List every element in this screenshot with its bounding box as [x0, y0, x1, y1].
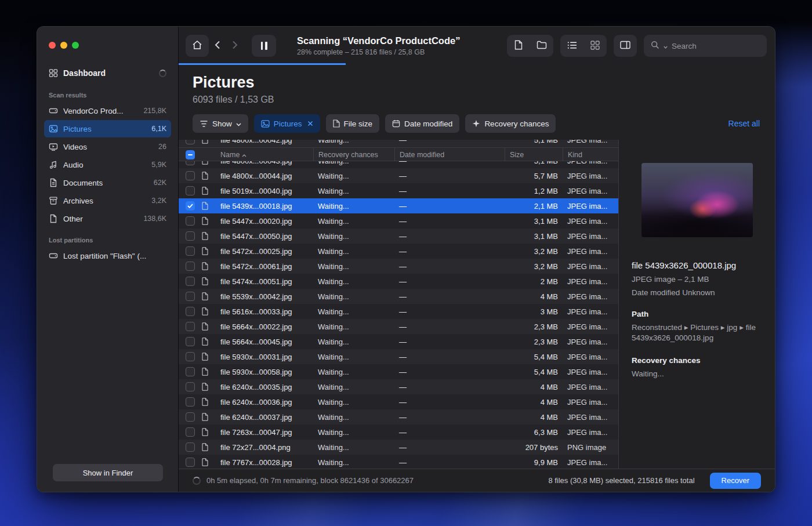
- row-checkbox[interactable]: [186, 262, 195, 271]
- date-modified-filter-button[interactable]: Date modified: [385, 114, 459, 133]
- home-button[interactable]: [186, 35, 209, 57]
- search-field[interactable]: [644, 35, 767, 57]
- recovery-chances: Waiting...: [313, 232, 394, 241]
- date-column-header[interactable]: Date modified: [394, 148, 505, 162]
- recover-button[interactable]: Recover: [710, 473, 761, 489]
- table-row[interactable]: file 6240x...00035.jpgWaiting...—4 MBJPE…: [179, 379, 618, 394]
- minimize-button[interactable]: [60, 42, 67, 49]
- reset-all-link[interactable]: Reset all: [728, 119, 761, 128]
- sidebar-item-dashboard[interactable]: Dashboard: [44, 64, 171, 82]
- table-row[interactable]: file 5472x...00025.jpgWaiting...—3,2 MBJ…: [179, 244, 618, 259]
- row-checkbox[interactable]: [186, 246, 195, 256]
- table-row[interactable]: file 5664x...00022.jpgWaiting...—2,3 MBJ…: [179, 319, 618, 334]
- file-size: 5,7 MB: [505, 172, 563, 180]
- sidebar-item-audio[interactable]: Audio5,9K: [44, 156, 171, 173]
- file-kind: JPEG ima...: [563, 292, 618, 301]
- recovery-chances: Waiting...: [313, 172, 394, 180]
- date-modified: —: [394, 277, 505, 286]
- row-checkbox[interactable]: [186, 201, 195, 211]
- table-row[interactable]: file 4800x...00044.jpgWaiting...—5,7 MBJ…: [179, 168, 618, 183]
- close-icon[interactable]: [307, 121, 313, 126]
- sidebar-item-videos[interactable]: Videos26: [44, 138, 171, 155]
- grid-view-button[interactable]: [583, 35, 607, 57]
- name-column-header[interactable]: Name: [216, 148, 313, 162]
- preview-panel-toggle-button[interactable]: [614, 35, 637, 57]
- row-checkbox[interactable]: [186, 140, 195, 144]
- table-row[interactable]: file 6240x...00037.jpgWaiting...—4 MBJPE…: [179, 409, 618, 425]
- row-checkbox[interactable]: [186, 216, 195, 226]
- select-all-checkbox[interactable]: [186, 150, 195, 159]
- row-checkbox-cell: [179, 442, 202, 452]
- date-modified: —: [394, 307, 505, 316]
- table-row[interactable]: file 5539x...00042.jpgWaiting...—4 MBJPE…: [179, 289, 618, 304]
- row-checkbox[interactable]: [186, 277, 195, 286]
- preview-thumbnail[interactable]: [641, 163, 753, 237]
- row-checkbox[interactable]: [186, 367, 195, 376]
- table-row[interactable]: file 5616x...00033.jpgWaiting...—3 MBJPE…: [179, 304, 618, 319]
- table-row[interactable]: file 5664x...00045.jpgWaiting...—2,3 MBJ…: [179, 334, 618, 349]
- recovery-chances-filter-button[interactable]: Recovery chances: [465, 114, 556, 133]
- row-checkbox[interactable]: [186, 161, 195, 165]
- forward-button[interactable]: [226, 35, 244, 57]
- row-checkbox[interactable]: [186, 186, 195, 195]
- row-checkbox[interactable]: [186, 412, 195, 422]
- table-row[interactable]: file 5472x...00061.jpgWaiting...—3,2 MBJ…: [179, 259, 618, 274]
- row-checkbox[interactable]: [186, 171, 195, 180]
- table-row[interactable]: file 72x27...0004.pngWaiting...—207 byte…: [179, 440, 618, 455]
- zoom-button[interactable]: [72, 42, 79, 49]
- row-checkbox[interactable]: [186, 307, 195, 316]
- folder-view-button[interactable]: [530, 35, 553, 57]
- row-checkbox[interactable]: [186, 337, 195, 346]
- table-row[interactable]: file 5930x...00031.jpgWaiting...—5,4 MBJ…: [179, 349, 618, 364]
- list-area: file 4800x...00042.jpgWaiting...—5,1 MBJ…: [179, 140, 775, 469]
- file-name: file 5616x...00033.jpg: [216, 307, 313, 316]
- size-column-header[interactable]: Size: [505, 148, 563, 162]
- close-button[interactable]: [49, 42, 56, 49]
- back-button[interactable]: [209, 35, 226, 57]
- sidebar-item-lost-partition[interactable]: Lost partition "Flash" (...: [44, 247, 171, 264]
- row-checkbox[interactable]: [186, 427, 195, 437]
- pause-button[interactable]: [252, 35, 276, 57]
- table-row[interactable]: file 4800x...00042.jpgWaiting...—5,1 MBJ…: [179, 140, 618, 147]
- sidebar-item-documents[interactable]: Documents62K: [44, 174, 171, 191]
- pictures-icon: [49, 124, 58, 133]
- file-size-filter-button[interactable]: File size: [326, 114, 380, 133]
- table-row[interactable]: file 7767x...00028.jpgWaiting...—9,9 MBJ…: [179, 455, 618, 469]
- row-checkbox[interactable]: [186, 382, 195, 391]
- pictures-filter-chip[interactable]: Pictures: [254, 114, 320, 133]
- app-window: Dashboard Scan results VendorCo Prod...2…: [37, 26, 775, 492]
- table-row[interactable]: file 5474x...00051.jpgWaiting...—2 MBJPE…: [179, 274, 618, 289]
- table-row[interactable]: file 5447x...00020.jpgWaiting...—3,1 MBJ…: [179, 213, 618, 228]
- table-row[interactable]: file 5447x...00050.jpgWaiting...—3,1 MBJ…: [179, 228, 618, 244]
- file-view-button[interactable]: [507, 35, 530, 57]
- table-row[interactable]: file 5439x...00018.jpgWaiting...—2,1 MBJ…: [179, 198, 618, 213]
- sidebar-item-archives[interactable]: Archives3,2K: [44, 192, 171, 209]
- show-in-finder-button[interactable]: Show in Finder: [53, 464, 163, 481]
- table-row[interactable]: file 5019x...00040.jpgWaiting...—1,2 MBJ…: [179, 183, 618, 198]
- row-checkbox[interactable]: [186, 442, 195, 452]
- table-row[interactable]: file 5930x...00058.jpgWaiting...—5,4 MBJ…: [179, 364, 618, 379]
- row-checkbox-cell: [179, 382, 202, 391]
- show-filter-button[interactable]: Show: [193, 114, 248, 133]
- table-row[interactable]: file 7263x...00047.jpgWaiting...—6,3 MBJ…: [179, 425, 618, 440]
- table-row[interactable]: file 4800x...00043.jpgWaiting...—5,1 MBJ…: [179, 161, 618, 168]
- row-checkbox[interactable]: [186, 231, 195, 241]
- file-icon: [202, 428, 216, 436]
- file-name: file 5664x...00045.jpg: [216, 338, 313, 346]
- row-checkbox[interactable]: [186, 458, 195, 467]
- recovery-chances: Waiting...: [313, 161, 394, 165]
- sidebar-item-other[interactable]: Other138,6K: [44, 210, 171, 227]
- scan-results-header: Scan results: [49, 92, 166, 99]
- row-checkbox[interactable]: [186, 322, 195, 331]
- recovery-column-header[interactable]: Recovery chances: [313, 148, 394, 162]
- row-checkbox[interactable]: [186, 292, 195, 301]
- table-row[interactable]: file 6240x...00036.jpgWaiting...—4 MBJPE…: [179, 394, 618, 409]
- sidebar-item-vendorco-prod[interactable]: VendorCo Prod...215,8K: [44, 102, 171, 119]
- row-checkbox[interactable]: [186, 397, 195, 407]
- sidebar-item-pictures[interactable]: Pictures6,1K: [44, 120, 171, 137]
- search-input[interactable]: [672, 42, 760, 50]
- list-view-button[interactable]: [560, 35, 583, 57]
- row-checkbox[interactable]: [186, 352, 195, 361]
- kind-column-header[interactable]: Kind: [563, 148, 618, 162]
- archive-icon: [49, 196, 58, 205]
